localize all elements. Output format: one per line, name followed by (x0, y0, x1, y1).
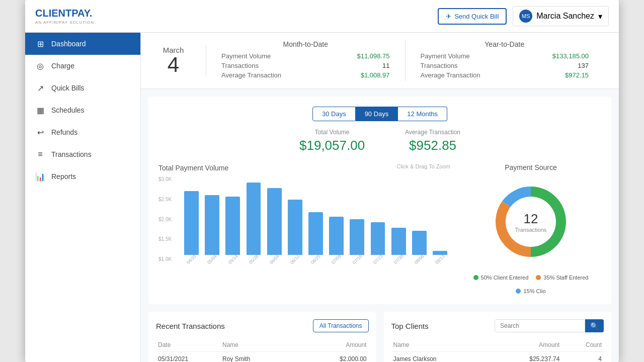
search-input[interactable] (495, 319, 585, 332)
ytd-transactions-row: Transactions 137 (421, 62, 589, 69)
legend-label-clio: 15% Clio (523, 288, 545, 294)
cell-client-name: James Clarkson (391, 352, 491, 363)
send-icon: ✈ (446, 13, 451, 20)
refunds-icon: ↩ (35, 127, 45, 137)
sidebar-item-label: Transactions (51, 150, 92, 158)
bar (225, 197, 240, 255)
bar-group: 05/04 (202, 195, 222, 262)
cell-amount: $2,000.00 (310, 352, 368, 363)
sidebar-item-reports[interactable]: 📊 Reports (25, 165, 140, 188)
bar-label: 05/14 (227, 253, 238, 265)
bar (329, 217, 344, 255)
ytd-title: Year-to-Date (421, 40, 589, 48)
bar-chart-hint: Click & Drag To Zoom (396, 163, 450, 169)
user-name: Marcia Sanchez (536, 12, 594, 21)
all-transactions-button[interactable]: All Transactions (313, 319, 369, 332)
sidebar-item-quick-bills[interactable]: ↗ Quick Bills (25, 77, 140, 99)
bar-group: 07/30 (388, 228, 409, 262)
total-volume-summary: Total Volume $19,057.00 (299, 129, 365, 153)
bar-label: 05/28 (248, 253, 260, 265)
header-right: ✈ Send Quick Bill MS Marcia Sanchez ▾ (438, 6, 609, 26)
sidebar-item-schedules[interactable]: ▦ Schedules (25, 99, 140, 121)
ytd-pv-label: Payment Volume (421, 52, 470, 60)
sidebar-item-refunds[interactable]: ↩ Refunds (25, 121, 140, 143)
legend-dot-clio (516, 289, 521, 294)
cell-date: 05/31/2021 (156, 352, 220, 363)
sidebar-item-transactions[interactable]: ≡ Transactions (25, 143, 140, 165)
tab-30-days[interactable]: 30 Days (312, 107, 356, 121)
col-amount: Amount (310, 338, 368, 352)
send-quick-bill-button[interactable]: ✈ Send Quick Bill (438, 8, 507, 25)
donut-container: 12 Transactions (486, 176, 576, 267)
bar-group: 06/11 (285, 200, 305, 262)
legend-label-client: 50% Client Entered (481, 275, 529, 281)
top-clients-panel-header: Top Clients 🔍 (391, 319, 604, 332)
bar-label: 06/25 (310, 253, 321, 265)
transactions-panel-header: Recent Transactions All Transactions (156, 319, 369, 332)
ytd-avg-value: $972.15 (565, 71, 589, 79)
ytd-payment-volume-row: Payment Volume $133,185.00 (421, 52, 589, 60)
ytd-avg-row: Average Transaction $972.15 (421, 71, 589, 79)
mtd-avg-row: Average Transaction $1,008.97 (221, 71, 390, 79)
user-menu[interactable]: MS Marcia Sanchez ▾ (513, 6, 609, 26)
legend-item-client: 50% Client Entered (473, 275, 529, 281)
bar-chart: $3.0K $2.5K $2.0K $1.5K $1.0K 04/2005/04… (158, 176, 450, 277)
bar-label: 07/30 (393, 253, 405, 265)
bar (205, 195, 219, 255)
search-row: 🔍 (495, 319, 604, 332)
stats-header: March 4 Month-to-Date Payment Volume $11… (141, 33, 619, 89)
cell-client-count: 4 (561, 352, 604, 363)
bar (350, 219, 364, 255)
legend-dot-staff (536, 275, 541, 280)
bar (308, 212, 323, 255)
cell-name: Roy Smith (220, 352, 310, 363)
bar-label: 04/20 (186, 253, 197, 265)
period-tabs: 30 Days 90 Days 12 Months (158, 107, 601, 121)
tab-12-months[interactable]: 12 Months (398, 107, 447, 121)
bar-label: 06/04 (269, 253, 280, 265)
transactions-panel: Recent Transactions All Transactions Dat… (148, 312, 376, 362)
mtd-trans-value: 11 (382, 62, 389, 69)
legend-item-clio: 15% Clio (516, 288, 545, 294)
ytd-section: Year-to-Date Payment Volume $133,185.00 … (406, 40, 604, 81)
bar-group: 06/25 (305, 212, 326, 262)
bar-group: 05/14 (222, 197, 243, 262)
total-volume-value: $19,057.00 (299, 138, 365, 153)
quick-bills-icon: ↗ (35, 83, 45, 93)
bar (247, 183, 261, 255)
logo-text: CLIENTPAY. (35, 8, 94, 19)
mtd-section: Month-to-Date Payment Volume $11,098.75 … (206, 40, 406, 81)
total-volume-label: Total Volume (299, 129, 365, 136)
bar (288, 200, 302, 255)
logo-sub: AN AFFINIPAY SOLUTION (35, 20, 94, 25)
ytd-pv-value: $133,185.00 (552, 52, 589, 60)
donut-area: Payment Source 12 Transactions (460, 163, 601, 294)
bar-label: 07/16 (351, 253, 363, 265)
table-row: 05/31/2021Roy Smith$2,000.00 (156, 352, 369, 363)
date-day: 4 (156, 54, 191, 75)
table-row: James Clarkson$25,237.744 (391, 352, 604, 363)
bar-group: 05/28 (243, 183, 264, 262)
donut-center: 12 Transactions (515, 211, 547, 233)
top-clients-panel: Top Clients 🔍 Name Amount Count (384, 312, 612, 362)
sidebar-item-charge[interactable]: ◎ Charge (25, 55, 140, 77)
tab-90-days[interactable]: 90 Days (356, 107, 398, 121)
bar-label: 08/13 (434, 253, 446, 265)
bar (412, 231, 427, 255)
col-client-count: Count (561, 338, 604, 352)
bar (433, 251, 447, 255)
ytd-trans-value: 137 (578, 62, 589, 69)
donut-sublabel: Transactions (515, 227, 547, 233)
content: March 4 Month-to-Date Payment Volume $11… (141, 33, 619, 362)
ytd-trans-label: Transactions (421, 62, 458, 69)
avg-transaction-summary: Average Transaction $952.85 (405, 129, 460, 153)
sidebar-item-label: Dashboard (51, 40, 86, 48)
mtd-payment-volume-row: Payment Volume $11,098.75 (221, 52, 390, 60)
col-client-name: Name (391, 338, 491, 352)
sidebar: ⊞ Dashboard ◎ Charge ↗ Quick Bills ▦ Sch… (25, 33, 141, 362)
search-button[interactable]: 🔍 (585, 319, 604, 332)
mtd-pv-label: Payment Volume (221, 52, 271, 60)
bottom-section: Recent Transactions All Transactions Dat… (148, 312, 611, 362)
sidebar-item-dashboard[interactable]: ⊞ Dashboard (25, 33, 140, 55)
mtd-pv-value: $11,098.75 (357, 52, 389, 60)
